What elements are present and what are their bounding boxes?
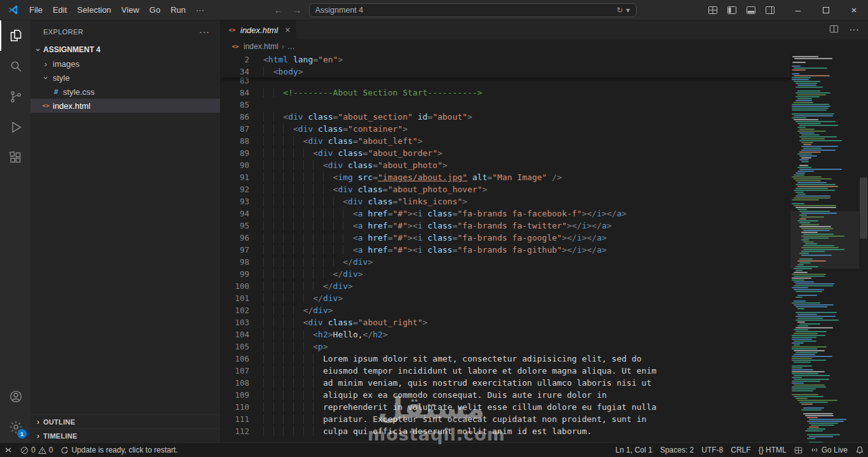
explorer-item-style[interactable]: ›style <box>31 71 220 85</box>
minimap-line <box>794 384 825 386</box>
back-arrow-icon[interactable]: ← <box>272 4 286 15</box>
minimap[interactable] <box>790 53 859 442</box>
minimap-line <box>803 237 829 239</box>
remote-indicator[interactable] <box>0 443 17 457</box>
maximize-button[interactable] <box>812 0 840 20</box>
minimap-line <box>807 428 825 430</box>
code-line-84: 84 <!--------About Section Start--------… <box>221 87 868 99</box>
line-number: 99 <box>221 268 249 280</box>
accounts-button[interactable] <box>0 381 31 412</box>
minimap-line <box>799 129 815 130</box>
menu-edit[interactable]: Edit <box>48 3 72 17</box>
toggle-secondary-sidebar-icon[interactable] <box>765 5 775 15</box>
minimap-line <box>796 96 820 97</box>
code-line-106: 106 Lorem ipsum dolor sit amet, consecte… <box>221 353 868 365</box>
encoding-setting[interactable]: UTF-8 <box>698 443 727 457</box>
toggle-sidebar-icon[interactable] <box>727 5 737 15</box>
project-root-row[interactable]: › ASSIGNMENT 4 <box>31 43 220 57</box>
code-text: <h2>Hello,</h2> <box>249 328 388 341</box>
eol-setting[interactable]: CRLF <box>727 443 754 457</box>
sticky-line-34[interactable]: 34 <body> <box>221 66 790 78</box>
customize-layout-icon[interactable] <box>708 5 718 15</box>
minimap-line <box>794 115 833 116</box>
minimap-line <box>794 379 829 380</box>
minimap-line <box>799 218 806 220</box>
cursor-position[interactable]: Ln 1, Col 1 <box>612 443 656 457</box>
menu-go[interactable]: Go <box>144 3 165 17</box>
timeline-panel-header[interactable]: › TIMELINE <box>31 428 220 442</box>
menu-more[interactable]: ··· <box>191 3 209 17</box>
forward-arrow-icon[interactable]: → <box>291 4 304 15</box>
menu-selection[interactable]: Selection <box>72 3 116 17</box>
search-activity-button[interactable] <box>0 51 31 81</box>
line-number: 111 <box>221 413 249 425</box>
settings-button[interactable]: 1 <box>0 412 31 442</box>
indent-guides <box>263 172 333 182</box>
indent-guides <box>263 293 313 303</box>
item-label: style.css <box>61 87 95 97</box>
explorer-activity-button[interactable] <box>0 20 31 51</box>
project-name: ASSIGNMENT 4 <box>43 45 100 54</box>
minimap-line <box>796 121 836 122</box>
minimap-line <box>797 220 818 221</box>
minimap-line <box>794 350 825 351</box>
code-line-102: 102 </div> <box>221 304 868 316</box>
extensions-activity-button[interactable] <box>0 143 31 173</box>
item-label: images <box>51 59 79 69</box>
line-number: 95 <box>221 220 249 232</box>
refresh-icon[interactable]: ↻ <box>616 6 623 15</box>
minimap-line <box>796 297 803 298</box>
minimap-line <box>799 125 838 126</box>
code-text: <a href="#"><i class="fa-brands fa-twitt… <box>249 220 612 232</box>
minimize-button[interactable]: – <box>784 0 812 20</box>
indent-guides <box>263 342 313 351</box>
code-text: pariatur. Excepteur sint occaecat cupida… <box>249 413 647 425</box>
source-control-activity-button[interactable] <box>0 81 31 112</box>
close-button[interactable]: × <box>840 0 868 20</box>
language-mode[interactable]: {} HTML <box>755 443 790 457</box>
file-tree: ›images›style#style.css<>index.html <box>31 57 220 113</box>
explorer-item-index-html[interactable]: <>index.html <box>31 99 220 113</box>
more-actions-icon[interactable]: ··· <box>849 24 859 36</box>
item-label: style <box>51 73 70 83</box>
notifications-button[interactable] <box>851 443 868 457</box>
status-bar-right: Ln 1, Col 1 Spaces: 2 UTF-8 CRLF {} HTML… <box>612 443 868 457</box>
menu-view[interactable]: View <box>116 3 144 17</box>
minimap-line <box>794 396 823 397</box>
minimap-line <box>797 295 817 296</box>
vertical-scrollbar[interactable] <box>859 53 868 442</box>
code-text: <html lang="en"> <box>249 53 343 66</box>
minimap-line <box>803 234 834 235</box>
command-center-search[interactable]: Assignment 4 ↻ ▾ <box>309 3 637 17</box>
indent-guides <box>263 390 323 400</box>
outline-panel-header[interactable]: › OUTLINE <box>31 414 220 428</box>
minimap-line <box>794 304 834 306</box>
code-line-108: 108 ad minim veniam, quis nostrud exerci… <box>221 377 868 389</box>
problems-status[interactable]: 0 0 <box>17 443 57 457</box>
tab-close-icon[interactable]: × <box>285 25 290 35</box>
indentation-setting[interactable]: Spaces: 2 <box>656 443 698 457</box>
breadcrumb-item-symbol[interactable]: … <box>287 42 295 51</box>
breadcrumb-item-file[interactable]: index.html <box>244 42 279 51</box>
toggle-panel-icon[interactable] <box>746 5 756 15</box>
editor-content[interactable]: 8384 <!--------About Section Start------… <box>221 53 868 442</box>
code-line-87: 87 <div class="container"> <box>221 123 868 135</box>
explorer-item-style-css[interactable]: #style.css <box>31 85 220 99</box>
go-live-button[interactable]: Go Live <box>806 443 851 457</box>
scrollbar-thumb[interactable] <box>860 178 867 239</box>
sticky-line-2[interactable]: 2<html lang="en"> <box>221 53 790 66</box>
run-debug-activity-button[interactable] <box>0 112 31 143</box>
ports-button[interactable] <box>790 443 806 457</box>
split-editor-icon[interactable] <box>829 24 839 36</box>
run-debug-icon <box>8 120 24 135</box>
tab-index-html[interactable]: <> index.html × <box>221 20 297 39</box>
explorer-item-images[interactable]: ›images <box>31 57 220 71</box>
minimap-line <box>796 195 830 197</box>
code-text: <div class="about_section" id="about"> <box>249 111 472 123</box>
chevron-down-icon[interactable]: ▾ <box>626 6 630 15</box>
line-number: 87 <box>221 123 249 135</box>
menu-file[interactable]: File <box>24 3 48 17</box>
menu-run[interactable]: Run <box>165 3 191 17</box>
more-actions-icon[interactable]: ··· <box>199 27 210 37</box>
update-message[interactable]: Update is ready, click to restart. <box>57 443 181 457</box>
